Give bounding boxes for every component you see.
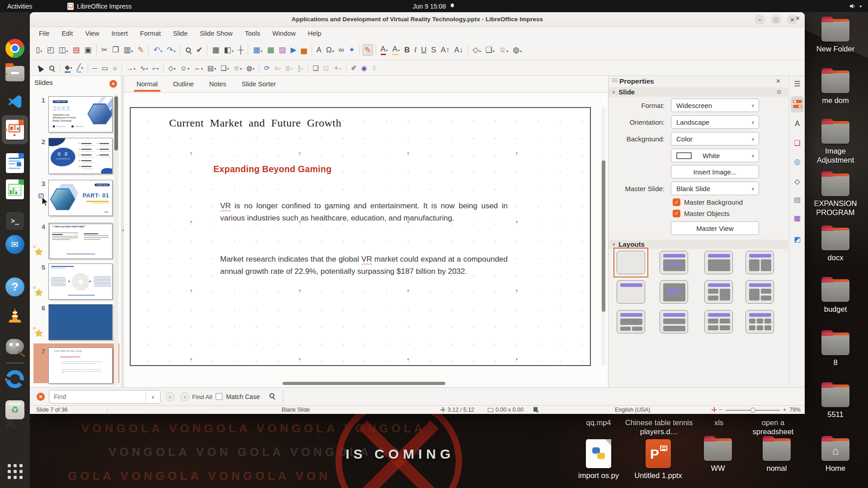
master-slide-status[interactable]: Blank Slide (282, 407, 310, 413)
desktop-item-qq-mp4[interactable]: qq.mp4 (571, 418, 626, 427)
slide-paragraph-1[interactable]: VR is no longer confined to gaming and e… (220, 200, 508, 224)
insert-callouts-icon[interactable]: ❑▾ (484, 44, 496, 56)
find-and-replace-icon[interactable] (269, 392, 275, 401)
menu-slide-show[interactable]: Slide Show (200, 30, 233, 37)
layout-centered-text[interactable] (660, 280, 688, 304)
rectangle-icon[interactable]: ▭ (100, 63, 110, 73)
desktop-folder-image-adjustment[interactable]: Image Adjustment (808, 122, 863, 164)
desktop-item-ww[interactable]: WW (691, 439, 745, 473)
desktop-folder-me-dom[interactable]: me dom (808, 71, 863, 105)
sidebar-tab-slide-transition[interactable]: ◩ (789, 235, 805, 244)
scrollbar-thumb[interactable] (602, 160, 605, 312)
slide-thumbnail-5[interactable]: ◉ ◉ (48, 263, 113, 300)
cut-icon[interactable]: ✂ (99, 44, 109, 56)
scrollbar-thumb[interactable] (283, 382, 445, 385)
system-status-menu[interactable]: ▾ (849, 3, 862, 9)
redo-icon[interactable]: ↷▾ (165, 44, 177, 56)
layout-title-grid6[interactable] (745, 310, 774, 333)
tab-outline[interactable]: Outline (172, 77, 195, 91)
spelling-icon[interactable]: ✔ (194, 44, 204, 56)
print-icon[interactable]: ▣ (83, 44, 94, 56)
fit-slide-icon[interactable] (712, 407, 719, 413)
minimize-button[interactable]: – (755, 14, 765, 25)
desktop-folder-docx[interactable]: docx (808, 229, 863, 262)
layout-title-2l-1r[interactable] (704, 280, 733, 304)
connectors-icon[interactable]: ⌐▾ (151, 63, 160, 73)
menu-window[interactable]: Window (272, 30, 296, 37)
desktop-folder-8[interactable]: 8 (808, 333, 863, 367)
distribute-icon[interactable]: ∥▾ (296, 63, 305, 73)
panel-grip-icon[interactable]: ⠿⠿ (611, 78, 618, 84)
sidebar-tab-styles[interactable]: A (789, 120, 805, 128)
desktop-folder-budget[interactable]: budget (808, 280, 863, 314)
slide-thumbnail-3[interactable]: YOUR LOGO PART- 01 ‹‹‹‹‹ (48, 180, 113, 216)
increase-font-icon[interactable]: A↑ (439, 44, 452, 56)
insert-chart-icon[interactable]: ▅ (299, 44, 309, 56)
special-character-icon[interactable]: Ω▾ (324, 44, 336, 56)
menu-view[interactable]: View (85, 30, 99, 37)
paste-icon[interactable]: ▥▾ (122, 44, 135, 56)
underline-icon[interactable]: U (419, 44, 428, 56)
export-pdf-icon[interactable]: ▤ (71, 44, 82, 56)
open-file-icon[interactable]: ◰ (45, 44, 56, 56)
slide-thumbnail-2[interactable]: ⋮⋮⋮ 目 录CONTENTS 0102030405060708 ⋮⋮ (48, 138, 113, 174)
horizontal-scrollbar[interactable] (130, 382, 597, 385)
layout-title-content[interactable] (704, 251, 733, 274)
layout-title-2w[interactable] (660, 310, 688, 333)
decrease-font-icon[interactable]: A↓ (453, 44, 465, 56)
dock-thunderbird-icon[interactable]: ✉ (4, 234, 26, 255)
slide-thumbnail-7[interactable]: Current Market and Future Growth Expandi… (48, 347, 113, 384)
tab-normal[interactable]: Normal (136, 77, 159, 91)
layout-title-only[interactable] (617, 280, 645, 304)
insert-textbox-icon[interactable]: A (315, 44, 323, 56)
desktop-folder-5511[interactable]: 5511 (808, 385, 863, 419)
find-all-button[interactable]: Find All (192, 394, 212, 400)
snap-guides-icon[interactable]: ┼ (236, 44, 245, 56)
sidebar-tab-navigator[interactable]: ◎ (789, 157, 805, 166)
display-views-icon[interactable]: ◧▾ (222, 44, 235, 56)
sidebar-menu-icon[interactable]: ☰ (789, 80, 805, 88)
slide-thumbnail-1[interactable]: YOUR LOGO 20XX Applications and Developm… (48, 96, 113, 132)
zoom-icon[interactable] (47, 63, 57, 73)
menu-help[interactable]: Help (308, 30, 321, 37)
insert-image-button[interactable]: Insert Image... (671, 165, 759, 178)
find-close-icon[interactable]: ✕ (37, 393, 45, 401)
insert-table-icon[interactable]: ▦▾ (251, 44, 264, 56)
master-view-button[interactable]: Master View (671, 221, 759, 235)
menu-slide[interactable]: Slide (173, 30, 188, 37)
clone-formatting-icon[interactable]: ✎ (136, 44, 146, 56)
menu-edit[interactable]: Edit (61, 30, 73, 37)
slides-panel-scrollbar[interactable] (114, 94, 118, 386)
desktop-folder-new-folder[interactable]: New Folder (808, 20, 863, 53)
menu-insert[interactable]: Insert (112, 30, 128, 37)
sidebar-tab-gallery[interactable]: ❏ (789, 139, 805, 147)
save-icon[interactable]: ◫▾ (57, 44, 70, 56)
sidebar-tab-animation[interactable]: ▦ (789, 214, 805, 222)
dock-app-grid-icon[interactable] (4, 460, 26, 482)
match-case-checkbox[interactable] (216, 393, 222, 400)
dock-help-icon[interactable]: ? (4, 276, 26, 298)
focused-app-menu[interactable]: LibreOffice Impress (67, 3, 132, 10)
dock-updater-icon[interactable] (4, 368, 26, 390)
symbol-shapes-icon[interactable]: ☺▾ (178, 63, 191, 73)
sidebar-tab-shapes[interactable]: ◇ (789, 177, 805, 186)
stars-banners-icon[interactable]: ☆▾ (497, 44, 510, 56)
new-document-icon[interactable]: ▯▾ (34, 44, 44, 56)
basic-shapes-icon[interactable]: ◇▾ (166, 63, 178, 73)
zoom-slider[interactable] (726, 410, 780, 411)
background-color-dropdown[interactable]: White∨ (671, 149, 759, 162)
tab-slide-sorter[interactable]: Slide Sorter (241, 77, 277, 91)
arrange-icon[interactable]: ≣▾ (283, 63, 295, 73)
desktop-item-import-os-py[interactable]: import os.py (571, 439, 626, 480)
desktop-item-home[interactable]: ⌂Home (808, 439, 863, 473)
fill-color-icon[interactable]: ◆▾ (63, 62, 74, 74)
copy-icon[interactable]: ❐ (110, 44, 121, 56)
bold-icon[interactable]: B (402, 44, 411, 56)
slide-heading-text[interactable]: Expanding Beyond Gaming (213, 164, 332, 174)
find-input[interactable] (49, 390, 160, 404)
desktop-item-chinese-table-tennis-players-d-[interactable]: Chinese table tennis players.d… (619, 418, 698, 436)
zoom-in-icon[interactable]: + (783, 407, 786, 413)
dock-vlc-icon[interactable] (4, 304, 26, 326)
3d-objects-icon[interactable]: ◍▾ (511, 44, 524, 56)
desktop-item-nomal[interactable]: nomal (750, 439, 804, 473)
